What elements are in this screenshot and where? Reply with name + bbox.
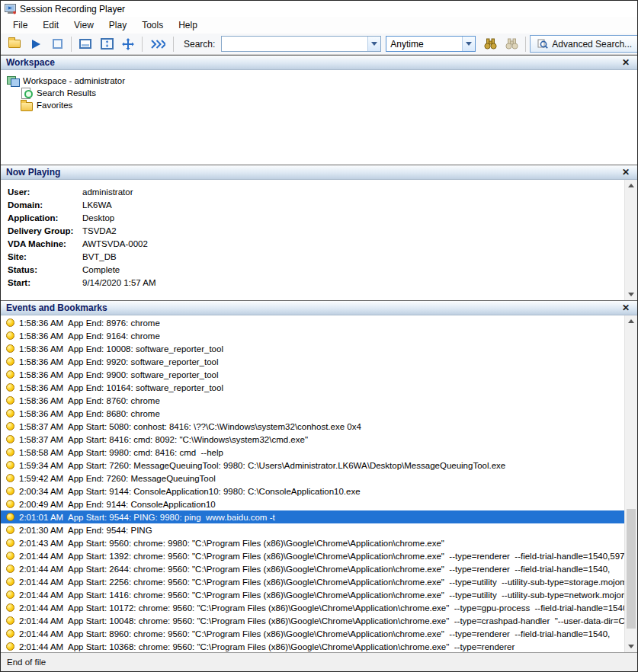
workspace-tree: Workspace - administratorSearch ResultsF…: [1, 70, 637, 165]
event-row[interactable]: 1:58:37 AMApp Start: 5080: conhost: 8416…: [1, 420, 624, 433]
event-row[interactable]: 2:01:44 AMApp Start: 2256: chrome: 9560:…: [1, 575, 624, 588]
event-time: 1:59:42 AM: [19, 474, 68, 483]
scrollbar-track[interactable]: [625, 327, 637, 641]
menu-item-view[interactable]: View: [66, 17, 101, 34]
window-title: Session Recording Player: [20, 4, 125, 14]
event-row[interactable]: 1:58:37 AMApp Start: 8416: cmd: 8092: "C…: [1, 433, 624, 446]
fit-window-button[interactable]: [97, 35, 117, 53]
folder-icon: [21, 100, 33, 110]
time-filter-dropdown-arrow-icon[interactable]: [462, 37, 475, 51]
scrollbar-track[interactable]: [625, 191, 637, 289]
event-row[interactable]: 2:01:44 AMApp Start: 8960: chrome: 9560:…: [1, 627, 624, 640]
menu-item-play[interactable]: Play: [101, 17, 134, 34]
event-row[interactable]: 1:59:34 AMApp Start: 7260: MessageQueuin…: [1, 459, 624, 472]
events-panel-header: Events and Bookmarks ✕: [1, 300, 637, 315]
workspace-close-button[interactable]: ✕: [620, 57, 632, 68]
event-time: 1:58:36 AM: [19, 383, 68, 392]
event-row[interactable]: 1:58:36 AMApp End: 8680: chrome: [1, 407, 624, 420]
event-row[interactable]: 1:58:36 AMApp End: 10164: software_repor…: [1, 381, 624, 394]
event-bookmark-icon: [6, 552, 14, 560]
advanced-search-button[interactable]: Advanced Search...: [530, 35, 638, 53]
event-row[interactable]: 2:00:34 AMApp Start: 9144: ConsoleApplic…: [1, 485, 624, 498]
events-close-button[interactable]: ✕: [620, 302, 632, 313]
event-text: App Start: 9144: ConsoleApplication10: 9…: [68, 487, 361, 496]
event-time: 2:01:44 AM: [19, 590, 68, 600]
tree-item[interactable]: Search Results: [1, 87, 637, 99]
event-bookmark-icon: [6, 474, 14, 482]
event-row[interactable]: 2:01:44 AMApp Start: 10172: chrome: 9560…: [1, 601, 624, 614]
event-row[interactable]: 1:58:36 AMApp End: 9900: software_report…: [1, 368, 624, 381]
scrollbar-thumb[interactable]: [627, 509, 636, 629]
event-text: App End: 10008: software_reporter_tool: [68, 344, 223, 354]
scroll-down-button[interactable]: [625, 641, 637, 652]
scroll-up-button[interactable]: [625, 315, 637, 327]
find-next-button[interactable]: [502, 35, 521, 53]
event-row[interactable]: 2:01:44 AMApp Start: 10368: chrome: 9560…: [1, 640, 624, 652]
event-text: App Start: 10048: chrome: 9560: "C:\Prog…: [68, 616, 624, 626]
now-playing-close-button[interactable]: ✕: [620, 167, 632, 178]
field-value: LK6WA: [82, 200, 112, 210]
event-row[interactable]: 2:01:30 AMApp End: 9544: PING: [1, 523, 624, 536]
event-row[interactable]: 1:58:36 AMApp End: 10008: software_repor…: [1, 342, 624, 355]
event-row[interactable]: 1:58:36 AMApp End: 8976: chrome: [1, 316, 624, 329]
tree-item[interactable]: Workspace - administrator: [1, 75, 637, 87]
now-playing-field: User:administrator: [1, 185, 624, 198]
event-row[interactable]: 2:01:44 AMApp Start: 1392: chrome: 9560:…: [1, 549, 624, 562]
event-bookmark-icon: [6, 357, 14, 366]
event-bookmark-icon: [6, 487, 14, 495]
event-row[interactable]: 1:58:36 AMApp End: 9164: chrome: [1, 329, 624, 342]
event-row[interactable]: 2:01:44 AMApp Start: 1416: chrome: 9560:…: [1, 588, 624, 601]
now-playing-scrollbar[interactable]: [624, 180, 637, 300]
field-label: Domain:: [8, 200, 82, 210]
event-text: App End: 8680: chrome: [68, 409, 160, 418]
search-dropdown-arrow-icon[interactable]: [367, 37, 380, 51]
scroll-up-button[interactable]: [625, 180, 637, 191]
event-bookmark-icon: [6, 642, 14, 651]
status-text: End of file: [7, 658, 46, 667]
time-filter-combobox[interactable]: Anytime: [386, 36, 476, 52]
find-previous-button[interactable]: [480, 35, 500, 53]
event-time: 1:58:36 AM: [19, 409, 68, 418]
binoculars-icon: [484, 38, 497, 50]
scroll-down-button[interactable]: [625, 289, 637, 300]
event-bookmark-icon: [6, 616, 14, 625]
open-button[interactable]: [5, 35, 24, 53]
workspace-panel-header: Workspace ✕: [1, 55, 637, 70]
magnifier-icon: [537, 39, 548, 50]
workspace-panel: Workspace ✕ Workspace - administratorSea…: [1, 55, 637, 165]
event-row[interactable]: 2:01:44 AMApp Start: 2644: chrome: 9560:…: [1, 562, 624, 575]
now-playing-field: Status:Complete: [1, 263, 624, 276]
stop-button[interactable]: [47, 35, 67, 53]
pan-button[interactable]: [118, 35, 138, 53]
event-bookmark-icon: [6, 370, 14, 379]
toolbar-separator: [71, 37, 72, 52]
fullscreen-button[interactable]: [75, 35, 95, 53]
event-row[interactable]: 2:01:01 AMApp Start: 9544: PING: 9980: p…: [1, 510, 624, 523]
event-row[interactable]: 1:58:36 AMApp End: 8760: chrome: [1, 394, 624, 407]
now-playing-field: Domain:LK6WA: [1, 198, 624, 211]
events-scrollbar[interactable]: [624, 315, 637, 652]
search-combobox[interactable]: [221, 36, 381, 52]
event-row[interactable]: 1:58:36 AMApp End: 9920: software_report…: [1, 355, 624, 368]
menu-item-tools[interactable]: Tools: [134, 17, 171, 34]
menu-item-help[interactable]: Help: [171, 17, 205, 34]
event-row[interactable]: 2:01:44 AMApp Start: 10048: chrome: 9560…: [1, 614, 624, 627]
event-row[interactable]: 1:59:42 AMApp End: 7260: MessageQueuingT…: [1, 472, 624, 485]
fast-forward-button[interactable]: [146, 35, 169, 53]
play-button[interactable]: [26, 35, 46, 53]
menu-item-edit[interactable]: Edit: [35, 17, 66, 34]
event-row[interactable]: 1:58:58 AMApp Start: 9980: cmd: 8416: cm…: [1, 446, 624, 459]
tree-item[interactable]: Favorites: [1, 99, 637, 111]
now-playing-panel: Now Playing ✕ User:administratorDomain:L…: [1, 165, 637, 300]
event-row[interactable]: 2:00:49 AMApp End: 9144: ConsoleApplicat…: [1, 498, 624, 510]
menu-item-file[interactable]: File: [5, 17, 35, 34]
now-playing-field: Start:9/14/2020 1:57 AM: [1, 276, 624, 289]
event-bookmark-icon: [6, 500, 14, 508]
event-row[interactable]: 2:01:43 AMApp Start: 9560: chrome: 9980:…: [1, 536, 624, 549]
event-bookmark-icon: [6, 344, 14, 353]
event-bookmark-icon: [6, 461, 14, 469]
event-text: App End: 7260: MessageQueuingTool: [68, 474, 216, 483]
event-time: 1:58:37 AM: [19, 422, 68, 431]
toolbar-separator: [142, 37, 143, 52]
event-time: 2:01:44 AM: [19, 578, 68, 587]
